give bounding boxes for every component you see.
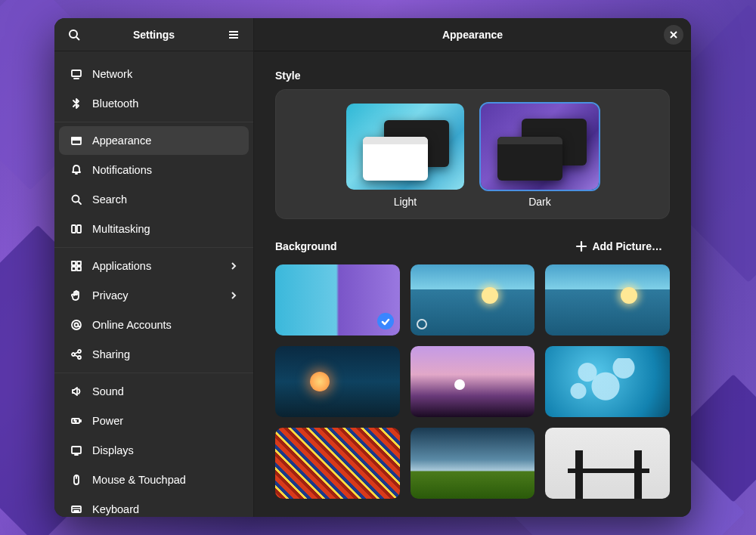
- sidebar-item-label: Notifications: [92, 164, 238, 176]
- sidebar-item-label: Applications: [92, 260, 220, 272]
- svg-rect-8: [72, 138, 81, 140]
- share-icon: [70, 348, 83, 360]
- day-night-indicator-icon: [417, 319, 427, 329]
- plus-icon: [575, 240, 587, 252]
- svg-rect-15: [77, 261, 81, 265]
- sidebar: Settings NetworkBluetoothAppearanceNotif…: [54, 18, 254, 517]
- sidebar-item-online[interactable]: Online Accounts: [59, 311, 249, 339]
- background-thumb-bg4[interactable]: [275, 346, 400, 417]
- style-option-label: Light: [394, 196, 417, 208]
- sidebar-item-network[interactable]: Network: [59, 60, 249, 88]
- sidebar-item-label: Sound: [92, 385, 238, 397]
- style-option-dark[interactable]: Dark: [481, 104, 599, 208]
- background-thumb-bg3[interactable]: [545, 264, 670, 336]
- svg-rect-14: [72, 261, 76, 265]
- sidebar-item-label: Displays: [92, 444, 238, 456]
- sidebar-item-label: Online Accounts: [92, 319, 238, 331]
- background-thumb-bg1[interactable]: [275, 264, 400, 336]
- add-picture-button[interactable]: Add Picture…: [568, 236, 670, 257]
- bell-icon: [70, 164, 83, 176]
- svg-point-0: [70, 30, 77, 38]
- sidebar-item-applications[interactable]: Applications: [59, 252, 249, 280]
- svg-line-23: [75, 352, 78, 354]
- sidebar-title: Settings: [133, 29, 175, 41]
- settings-window: Settings NetworkBluetoothAppearanceNotif…: [54, 18, 691, 517]
- search-button[interactable]: [64, 24, 85, 45]
- search-icon: [70, 193, 83, 206]
- sidebar-item-label: Privacy: [92, 289, 220, 302]
- style-heading: Style: [275, 70, 670, 82]
- background-grid: [275, 264, 670, 499]
- sidebar-item-sound[interactable]: Sound: [59, 377, 249, 406]
- sidebar-item-notifications[interactable]: Notifications: [59, 156, 249, 184]
- svg-rect-27: [72, 447, 81, 453]
- svg-rect-5: [72, 70, 81, 76]
- background-thumb-bg9[interactable]: [545, 428, 670, 499]
- main-pane: Appearance Style LightDark Background Ad…: [254, 18, 691, 517]
- menu-button[interactable]: [223, 24, 244, 45]
- sidebar-item-privacy[interactable]: Privacy: [59, 281, 249, 310]
- sidebar-item-displays[interactable]: Displays: [59, 436, 249, 465]
- close-icon: [669, 30, 678, 39]
- monitor-icon: [70, 68, 83, 80]
- background-heading: Background: [275, 240, 337, 252]
- sidebar-item-label: Keyboard: [92, 503, 238, 515]
- sidebar-item-label: Power: [92, 415, 238, 427]
- sidebar-item-bluetooth[interactable]: Bluetooth: [59, 89, 249, 118]
- page-title: Appearance: [254, 29, 691, 41]
- search-icon: [68, 29, 80, 41]
- sidebar-item-label: Appearance: [92, 135, 238, 147]
- sidebar-item-appearance[interactable]: Appearance: [59, 126, 249, 155]
- keyboard-icon: [70, 503, 83, 515]
- svg-rect-12: [72, 225, 76, 233]
- battery-icon: [70, 415, 83, 427]
- check-icon: [380, 317, 391, 327]
- display-icon: [70, 444, 83, 456]
- background-header: Background Add Picture…: [275, 236, 670, 257]
- speaker-icon: [70, 385, 83, 397]
- sidebar-body: NetworkBluetoothAppearanceNotificationsS…: [54, 51, 253, 517]
- main-body: Style LightDark Background Add Picture…: [254, 51, 691, 517]
- sidebar-item-multitasking[interactable]: Multitasking: [59, 215, 249, 243]
- sidebar-item-power[interactable]: Power: [59, 407, 249, 435]
- main-header: Appearance: [254, 18, 691, 51]
- background-thumb-bg8[interactable]: [411, 428, 535, 499]
- svg-point-10: [73, 196, 79, 203]
- svg-rect-13: [77, 225, 81, 233]
- sidebar-item-search[interactable]: Search: [59, 185, 249, 214]
- sidebar-item-sharing[interactable]: Sharing: [59, 340, 249, 369]
- svg-line-11: [79, 202, 81, 204]
- svg-rect-17: [77, 267, 81, 271]
- sidebar-item-label: Network: [92, 68, 238, 80]
- sidebar-item-label: Bluetooth: [92, 97, 238, 110]
- style-thumb-dark: [481, 104, 599, 190]
- at-icon: [70, 319, 83, 331]
- background-thumb-bg7[interactable]: [275, 428, 400, 499]
- chevron-right-icon: [229, 291, 238, 300]
- svg-rect-16: [72, 267, 76, 271]
- hand-icon: [70, 289, 83, 302]
- palette-icon: [70, 135, 83, 147]
- chevron-right-icon: [229, 261, 238, 271]
- background-thumb-bg6[interactable]: [545, 346, 670, 417]
- close-button[interactable]: [664, 25, 683, 45]
- sidebar-item-label: Multitasking: [92, 223, 238, 235]
- background-thumb-bg2[interactable]: [411, 264, 535, 336]
- sidebar-header: Settings: [54, 18, 253, 51]
- hamburger-icon: [228, 29, 240, 41]
- svg-line-1: [76, 37, 79, 40]
- bluetooth-icon: [70, 97, 83, 110]
- svg-line-24: [75, 355, 78, 357]
- add-picture-label: Add Picture…: [592, 240, 662, 252]
- style-option-light[interactable]: Light: [346, 104, 464, 208]
- sidebar-item-label: Search: [92, 193, 238, 206]
- background-thumb-bg5[interactable]: [411, 346, 535, 417]
- sidebar-item-label: Mouse & Touchpad: [92, 474, 238, 486]
- style-option-label: Dark: [528, 196, 551, 208]
- stack-icon: [70, 223, 83, 235]
- sidebar-item-mouse[interactable]: Mouse & Touchpad: [59, 465, 249, 494]
- sidebar-item-label: Sharing: [92, 348, 238, 360]
- sidebar-item-keyboard[interactable]: Keyboard: [59, 495, 249, 517]
- mouse-icon: [70, 474, 83, 486]
- style-thumb-light: [346, 104, 464, 190]
